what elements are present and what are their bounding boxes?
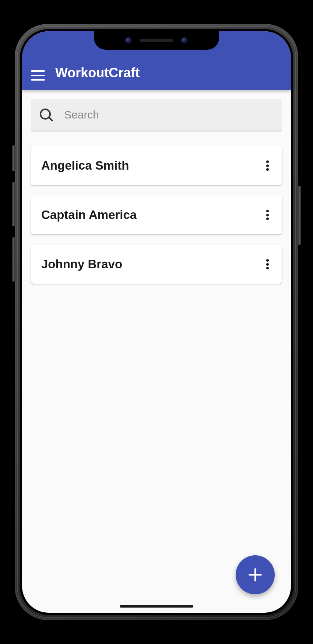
app-title: WorkoutCraft: [55, 65, 140, 81]
list-item[interactable]: Angelica Smith: [31, 146, 282, 185]
screen: WorkoutCraft Angelica Smith Captain Amer…: [22, 31, 291, 613]
more-vert-icon[interactable]: [263, 160, 272, 171]
list-item[interactable]: Captain America: [31, 195, 282, 234]
add-button[interactable]: [236, 555, 275, 594]
plus-icon: [249, 568, 262, 581]
phone-camera-left: [125, 37, 132, 44]
more-vert-icon[interactable]: [263, 209, 272, 221]
home-indicator[interactable]: [120, 605, 193, 608]
phone-bezel: WorkoutCraft Angelica Smith Captain Amer…: [20, 29, 293, 615]
phone-mute-switch: [12, 145, 15, 171]
phone-power-button: [298, 186, 301, 245]
phone-notch: [94, 31, 219, 50]
menu-icon[interactable]: [31, 70, 45, 81]
search-icon: [40, 109, 52, 121]
phone-volume-up: [12, 182, 15, 226]
phone-volume-down: [12, 237, 15, 282]
list-item-name: Angelica Smith: [41, 159, 129, 173]
search-input[interactable]: [64, 109, 273, 121]
content-area: Angelica Smith Captain America Johnny Br…: [22, 90, 291, 303]
phone-frame: WorkoutCraft Angelica Smith Captain Amer…: [15, 24, 298, 620]
list-item-name: Captain America: [41, 208, 137, 222]
more-vert-icon[interactable]: [263, 258, 272, 270]
search-bar[interactable]: [31, 99, 282, 131]
phone-camera-right: [181, 37, 188, 44]
list-item[interactable]: Johnny Bravo: [31, 245, 282, 284]
list-item-name: Johnny Bravo: [41, 257, 122, 271]
phone-speaker: [140, 39, 173, 42]
